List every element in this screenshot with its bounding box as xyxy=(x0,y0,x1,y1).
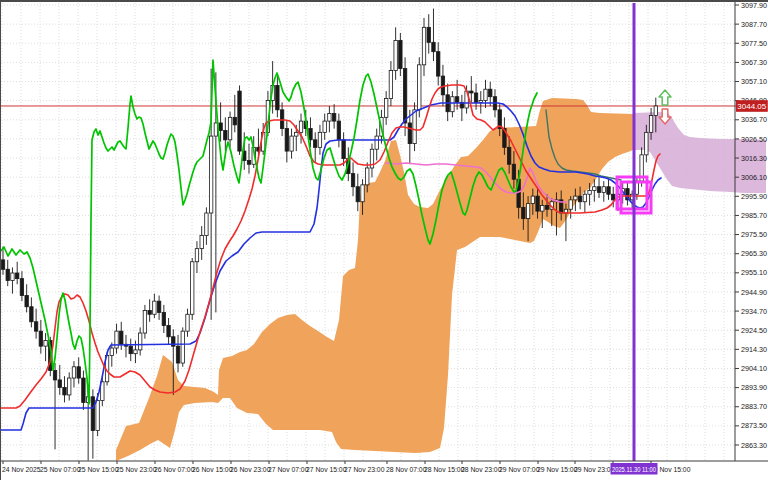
bull-candle xyxy=(422,27,425,65)
price-tick-label: 2883.70 xyxy=(741,402,767,411)
bear-candle xyxy=(129,346,132,354)
bear-candle xyxy=(238,91,241,151)
bull-candle xyxy=(526,204,529,219)
time-tick-label: 26 Nov 23:00 xyxy=(230,466,271,473)
bear-candle xyxy=(157,301,160,312)
bull-candle xyxy=(110,348,113,356)
bear-candle xyxy=(39,331,42,346)
time-tick-label: 29 Nov 15:00 xyxy=(537,466,578,473)
bull-candle xyxy=(205,213,208,236)
bear-candle xyxy=(314,140,317,148)
bear-candle xyxy=(162,312,165,325)
bear-candle xyxy=(536,196,539,211)
bear-candle xyxy=(120,331,123,344)
bear-candle xyxy=(351,174,354,187)
price-tick-label: 2944.90 xyxy=(741,288,767,297)
bear-candle xyxy=(337,121,340,140)
price-tick-label: 2985.70 xyxy=(741,211,767,220)
price-tick-label: 2863.30 xyxy=(741,441,767,450)
price-tick-label: 2873.50 xyxy=(741,421,767,430)
bear-candle xyxy=(219,123,222,131)
bear-candle xyxy=(470,91,473,93)
bull-candle xyxy=(479,100,482,102)
time-tick-label: 29 Nov 23:00 xyxy=(574,466,615,473)
bear-candle xyxy=(427,27,430,42)
bull-candle xyxy=(574,196,577,200)
bull-candle xyxy=(649,115,652,132)
price-tick-label: 3077.50 xyxy=(741,39,767,48)
bull-candle xyxy=(290,136,293,151)
price-tick-label: 2955.10 xyxy=(741,268,767,277)
time-tick-label: 25 Nov 15:00 xyxy=(78,466,119,473)
bull-candle xyxy=(200,236,203,249)
bull-candle xyxy=(375,136,378,149)
bull-candle xyxy=(318,132,321,147)
price-tick-label: 3036.70 xyxy=(741,115,767,124)
bull-candle xyxy=(413,110,416,144)
bull-candle xyxy=(484,89,487,100)
bear-candle xyxy=(247,160,250,164)
bull-candle xyxy=(588,190,591,194)
time-tick-label: 27 Nov 23:00 xyxy=(344,466,385,473)
bull-candle xyxy=(143,311,146,334)
bull-candle xyxy=(418,65,421,110)
bear-candle xyxy=(276,85,279,109)
bull-candle xyxy=(654,106,657,115)
bull-candle xyxy=(68,378,71,395)
price-tick-label: 2924.50 xyxy=(741,326,767,335)
price-tick-label: 2995.90 xyxy=(741,192,767,201)
bull-candle xyxy=(645,132,648,155)
bear-candle xyxy=(612,194,615,200)
price-tick-label: 3067.30 xyxy=(741,58,767,67)
bull-candle xyxy=(44,341,47,347)
bear-candle xyxy=(356,187,359,202)
bull-candle xyxy=(295,132,298,136)
bear-candle xyxy=(1,260,4,269)
bull-candle xyxy=(323,121,326,132)
bear-candle xyxy=(399,40,402,68)
candlestick-chart-canvas[interactable]: 3097.903087.703077.503067.303057.103046.… xyxy=(0,0,768,480)
bull-candle xyxy=(366,168,369,185)
price-tick-label: 3057.10 xyxy=(741,77,767,86)
ichimoku-clouds xyxy=(116,98,766,461)
buy-arrow-icon[interactable] xyxy=(659,90,671,105)
bear-candle xyxy=(53,371,56,380)
bear-candle xyxy=(578,196,581,202)
bear-candle xyxy=(25,296,28,307)
price-tick-label: 2893.90 xyxy=(741,383,767,392)
chart-objects[interactable] xyxy=(617,3,671,461)
price-tick-label: 3006.10 xyxy=(741,173,767,182)
bear-candle xyxy=(30,307,33,322)
bear-candle xyxy=(82,378,85,402)
vline-time-value: 2025.11.30 11:00 xyxy=(612,466,656,473)
price-tick-label: 2975.50 xyxy=(741,230,767,239)
bear-candle xyxy=(545,205,548,209)
bear-candle xyxy=(91,397,94,431)
bear-candle xyxy=(285,129,288,152)
time-tick-label: 28 Nov 15:00 xyxy=(424,466,465,473)
bull-candle xyxy=(186,314,189,331)
time-tick-label: 25 Nov 07:00 xyxy=(40,466,81,473)
bear-candle xyxy=(224,130,227,139)
trading-chart-window: 3097.903087.703077.503067.303057.103046.… xyxy=(0,0,768,480)
bear-candle xyxy=(342,140,345,159)
bear-candle xyxy=(15,273,18,279)
price-tick-label: 3016.30 xyxy=(741,154,767,163)
bull-candle xyxy=(153,301,156,314)
bear-candle xyxy=(34,322,37,331)
bear-candle xyxy=(437,52,440,76)
bull-candle xyxy=(96,401,99,431)
bull-candle xyxy=(451,97,454,112)
bear-candle xyxy=(489,89,492,97)
bear-candle xyxy=(512,164,515,179)
bear-candle xyxy=(507,147,510,164)
bull-candle xyxy=(361,185,364,202)
bull-candle xyxy=(583,194,586,202)
bull-candle xyxy=(181,331,184,363)
bear-candle xyxy=(176,346,179,363)
bull-candle xyxy=(593,187,596,191)
bear-candle xyxy=(148,311,151,315)
time-tick-label: 26 Nov 15:00 xyxy=(192,466,233,473)
bear-candle xyxy=(432,42,435,51)
price-tick-label: 3026.50 xyxy=(741,135,767,144)
